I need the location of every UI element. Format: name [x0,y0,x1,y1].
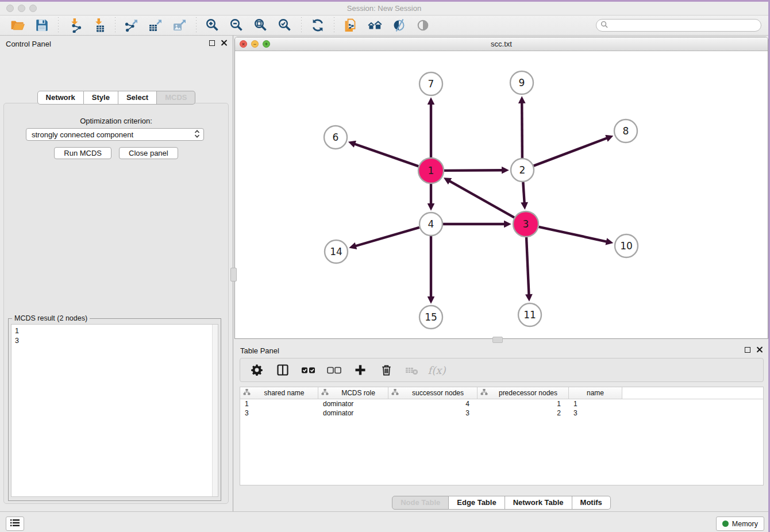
table-cell[interactable]: 1 [478,400,569,408]
zoom-in-icon[interactable] [204,17,221,33]
float-table-panel-icon[interactable] [745,347,750,353]
mcds-result-area[interactable]: 1 3 [11,324,218,497]
export-table-icon[interactable] [147,17,164,33]
graph-node-label-7: 7 [428,78,434,90]
unselect-all-columns-icon[interactable] [326,361,342,379]
tab-mcds[interactable]: MCDS [157,91,195,105]
network-window-titlebar[interactable]: × − + scc.txt [235,37,768,51]
graph-edge-3-10[interactable] [538,227,607,242]
export-network-icon[interactable] [123,17,140,33]
close-table-panel-icon[interactable] [756,346,763,353]
tab-network[interactable]: Network [37,91,84,105]
open-session-icon[interactable] [9,17,26,33]
table-cell[interactable]: dominator [318,400,388,408]
table-toolbar: f(x) [240,358,764,382]
column-header-name[interactable]: name [569,387,622,399]
graph-edge-3-1[interactable] [449,181,514,218]
apply-layout-icon[interactable] [309,17,326,33]
graph-node-label-4: 4 [428,218,434,230]
graph-edge-2-9[interactable] [522,102,522,158]
optimization-criterion-select[interactable]: strongly connected component [26,128,204,141]
table-cell[interactable]: 2 [478,409,569,417]
table-row[interactable]: 1dominator411 [240,399,763,408]
save-session-icon[interactable] [33,17,51,33]
zoom-fit-icon[interactable] [252,17,270,33]
result-scrollbar[interactable] [212,325,218,496]
mcds-result-title: MCDS result (2 nodes) [12,314,90,322]
graph-node-label-3: 3 [523,218,529,230]
zoom-out-icon[interactable] [228,17,245,33]
zoom-selected-icon[interactable] [276,17,294,33]
birds-eye-icon [414,17,432,33]
tab-network-table[interactable]: Network Table [505,496,572,510]
graphics-details-icon[interactable] [390,17,407,33]
mcds-result-text: 1 3 [11,325,218,348]
memory-status-icon [722,521,729,527]
search-box[interactable] [596,19,761,32]
graph-edge-2-8[interactable] [534,138,608,166]
graph-edge-3-11[interactable] [526,237,529,295]
table-cell[interactable]: 3 [569,409,622,417]
task-history-button[interactable] [6,516,24,531]
table-cell[interactable]: dominator [318,409,388,417]
graph-node-label-8: 8 [623,125,629,137]
memory-label: Memory [732,520,758,528]
column-header-shared-name[interactable]: shared name [240,387,318,399]
tab-edge-table[interactable]: Edge Table [449,496,505,510]
graph-node-label-10: 10 [620,240,633,252]
float-panel-icon[interactable] [209,40,215,46]
add-column-icon[interactable] [352,361,368,379]
horizontal-splitter-handle[interactable] [492,337,503,343]
table-cell[interactable]: 4 [388,400,478,408]
graph-edge-4-14[interactable] [355,228,419,246]
table-cell[interactable]: 1 [240,400,318,408]
toolbar-divider [58,17,59,33]
table-panel-title: Table Panel [240,346,279,355]
delete-column-icon[interactable] [378,361,394,379]
graph-edge-2-3[interactable] [523,182,524,203]
vertical-splitter-handle[interactable] [230,268,237,282]
control-panel-body: Optimization criterion: strongly connect… [3,103,229,504]
first-neighbors-icon[interactable] [366,17,383,33]
run-mcds-button[interactable]: Run MCDS [54,147,111,159]
table-row[interactable]: 3dominator323 [240,408,763,418]
search-input[interactable] [610,20,761,30]
select-value: strongly connected component [32,130,133,139]
graph-edge-1-6[interactable] [354,144,418,166]
column-source-icon [321,388,329,398]
export-image-icon[interactable] [171,17,188,33]
import-table-icon[interactable] [90,17,107,33]
table-cell[interactable]: 1 [569,400,622,408]
import-network-icon[interactable] [66,17,83,33]
tab-node-table[interactable]: Node Table [392,496,449,510]
toolbar-divider [334,17,334,33]
tab-motifs[interactable]: Motifs [572,496,611,510]
main-toolbar [0,16,768,36]
optimization-criterion-label: Optimization criterion: [4,117,228,125]
select-all-columns-icon[interactable] [301,361,317,379]
control-panel-header: Control Panel [0,36,233,52]
table-tabs: Node TableEdge TableNetwork TableMotifs [234,496,768,510]
column-header-successor-nodes[interactable]: successor nodes [388,387,478,399]
clone-network-icon[interactable] [342,17,359,33]
graph-edge-1-2[interactable] [444,170,503,171]
close-panel-icon[interactable] [221,40,227,46]
control-panel-tabs: NetworkStyleSelectMCDS [0,91,233,105]
column-header-MCDS-role[interactable]: MCDS role [318,387,388,399]
column-header-predecessor-nodes[interactable]: predecessor nodes [478,387,569,399]
close-panel-button[interactable]: Close panel [119,147,178,159]
tab-select[interactable]: Select [118,91,157,105]
show-columns-icon[interactable] [275,361,291,379]
mcds-result-group: MCDS result (2 nodes) 1 3 [8,318,221,501]
search-icon [600,20,608,30]
tab-style[interactable]: Style [84,91,118,105]
table-settings-icon[interactable] [249,361,265,379]
toolbar-divider [301,17,302,33]
memory-button[interactable]: Memory [716,516,764,531]
table-cell[interactable]: 3 [240,409,318,417]
graph-node-label-1: 1 [428,165,434,176]
column-source-icon [391,388,399,398]
network-canvas[interactable]: 7968124314101511 [235,51,768,339]
table-cell[interactable]: 3 [388,409,478,417]
table-panel: Table Panel f(x) shared nameMCDS rolesuc… [234,342,768,510]
